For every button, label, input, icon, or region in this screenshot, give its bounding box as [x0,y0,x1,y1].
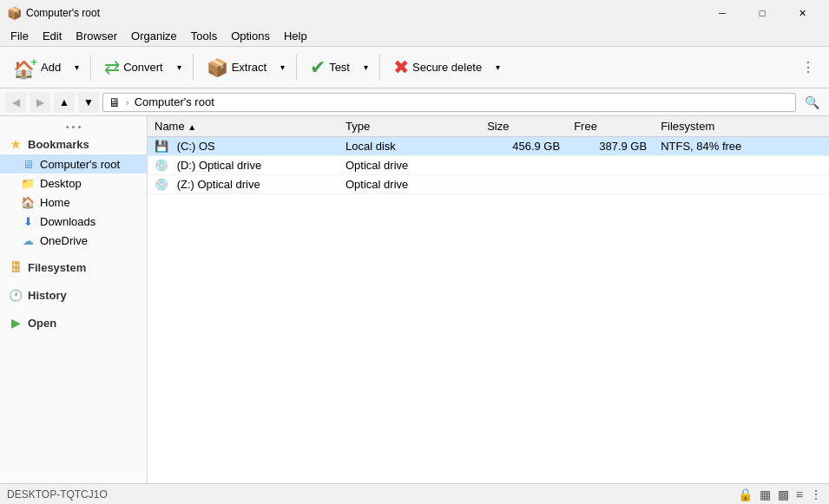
convert-label: Convert [123,61,163,74]
convert-button[interactable]: ⇄ Convert [98,51,169,84]
download-icon: ⬇ [21,214,35,228]
file-filesystem [654,175,829,194]
test-button[interactable]: ✔ Test [304,51,356,84]
cloud-icon: ☁ [21,233,35,247]
secure-delete-icon: ✖ [393,56,409,79]
file-icon: 💿 [155,178,168,191]
sidebar-item-home[interactable]: 🏠 Home [0,193,147,212]
close-button[interactable]: ✕ [782,0,822,26]
open-section[interactable]: ▶ Open [0,312,147,333]
file-icon: 💿 [155,159,168,172]
maximize-button[interactable]: □ [742,0,782,26]
sidebar-item-label: Home [40,196,70,209]
file-name: 💾 (C:) OS [148,137,339,156]
file-free: 387.9 GB [567,137,654,156]
col-type[interactable]: Type [339,116,480,137]
sidebar-more[interactable]: • • • [0,120,147,134]
file-filesystem [654,156,829,175]
col-name[interactable]: Name ▲ [148,116,339,137]
file-free [567,175,654,194]
address-dropdown-button[interactable]: ▼ [78,92,99,113]
address-icon: 🖥 [109,95,121,109]
lock-icon[interactable]: 🔒 [738,488,753,501]
col-free[interactable]: Free [567,116,654,137]
sidebar-item-label: OneDrive [40,234,88,247]
add-dropdown[interactable]: ▾ [70,51,83,84]
file-type: Optical drive [339,156,480,175]
table-header-row: Name ▲ Type Size Free Filesystem [148,116,829,137]
test-dropdown[interactable]: ▾ [359,51,372,84]
file-free [567,156,654,175]
menu-item-organize[interactable]: Organize [124,28,184,44]
status-bar: DESKTOP-TQTCJ1O 🔒 ▦ ▩ ≡ ⋮ [0,483,829,504]
address-breadcrumb: Computer's root [135,95,214,108]
file-size: 456.9 GB [480,137,567,156]
open-label: Open [28,317,56,330]
forward-button[interactable]: ▶ [30,92,50,113]
back-button[interactable]: ◀ [5,92,26,113]
menu-item-tools[interactable]: Tools [184,28,224,44]
sidebar-item-desktop[interactable]: 📁 Desktop [0,173,147,193]
file-name: 💿 (D:) Optical drive [148,156,339,175]
app-icon: 📦 [7,6,21,20]
detail-view-icon[interactable]: ▩ [778,488,789,501]
sep2 [193,55,194,81]
toolbar-more[interactable]: ⋮ [794,56,822,79]
list-view-icon[interactable]: ≡ [796,488,803,501]
minimize-button[interactable]: ─ [702,0,742,26]
table-row[interactable]: 💿 (Z:) Optical drive Optical drive [148,175,829,194]
file-name-text: (Z:) Optical drive [177,178,260,191]
window-controls: ─ □ ✕ [702,0,822,26]
file-table: Name ▲ Type Size Free Filesystem [148,116,829,194]
table-row[interactable]: 💿 (D:) Optical drive Optical drive [148,156,829,175]
col-size[interactable]: Size [480,116,567,137]
more-status-icon[interactable]: ⋮ [810,488,822,501]
sidebar-item-computers-root[interactable]: 🖥 Computer's root [0,154,147,173]
computer-name: DESKTOP-TQTCJ1O [7,488,108,501]
up-button[interactable]: ▲ [54,92,75,113]
address-bar: ◀ ▶ ▲ ▼ 🖥 › Computer's root 🔍 [0,88,829,116]
grid-view-icon[interactable]: ▦ [760,488,771,501]
test-label: Test [329,61,350,74]
toolbar: 🏠 + Add ▾ ⇄ Convert ▾ 📦 Extract ▾ ✔ Test… [0,47,829,88]
address-path[interactable]: 🖥 › Computer's root [102,93,796,112]
add-icon: 🏠 + [13,56,37,80]
menu-item-browser[interactable]: Browser [69,28,124,44]
bookmarks-section[interactable]: ★ Bookmarks [0,134,147,154]
history-label: History [28,289,67,302]
sep3 [296,55,297,81]
menu-item-file[interactable]: File [3,28,36,44]
pc-icon: 🖥 [21,157,35,171]
sidebar-item-onedrive[interactable]: ☁ OneDrive [0,231,147,250]
add-label: Add [41,61,61,74]
search-button[interactable]: 🔍 [799,92,824,113]
address-sep: › [126,97,129,108]
extract-dropdown[interactable]: ▾ [276,51,289,84]
menu-item-edit[interactable]: Edit [36,28,69,44]
extract-icon: 📦 [207,57,228,78]
sidebar-item-label: Desktop [40,177,82,190]
file-size [480,156,567,175]
menu-item-options[interactable]: Options [224,28,277,44]
file-type: Optical drive [339,175,480,194]
folder-icon: 📁 [21,176,35,190]
sidebar-item-label: Computer's root [40,158,120,171]
sidebar-gap3 [0,305,147,312]
secure-delete-dropdown[interactable]: ▾ [491,51,504,84]
menu-item-help[interactable]: Help [277,28,314,44]
file-name-text: (C:) OS [177,140,215,153]
secure-delete-button[interactable]: ✖ Secure delete [387,51,488,84]
table-row[interactable]: 💾 (C:) OS Local disk 456.9 GB 387.9 GB N… [148,137,829,156]
sidebar-item-downloads[interactable]: ⬇ Downloads [0,212,147,231]
status-right: 🔒 ▦ ▩ ≡ ⋮ [738,488,822,501]
window-title: Computer's root [26,7,702,19]
sidebar-item-label: Downloads [40,215,95,228]
extract-button[interactable]: 📦 Extract [201,51,273,84]
convert-dropdown[interactable]: ▾ [173,51,186,84]
history-section[interactable]: 🕐 History [0,285,147,305]
col-filesystem[interactable]: Filesystem [654,116,829,137]
sidebar-gap [0,250,147,257]
file-filesystem: NTFS, 84% free [654,137,829,156]
filesystem-section[interactable]: 🗄 Filesystem [0,257,147,278]
add-button[interactable]: 🏠 + Add [7,51,67,84]
